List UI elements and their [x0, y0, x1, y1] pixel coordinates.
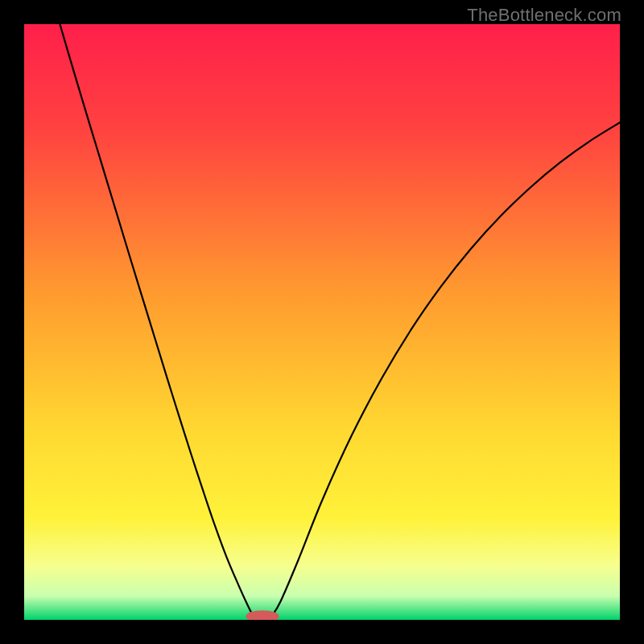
- watermark-text: TheBottleneck.com: [467, 5, 621, 26]
- chart-frame: TheBottleneck.com: [0, 0, 644, 644]
- plot-svg: [24, 24, 620, 620]
- gradient-background: [24, 24, 620, 620]
- plot-area: [24, 24, 620, 620]
